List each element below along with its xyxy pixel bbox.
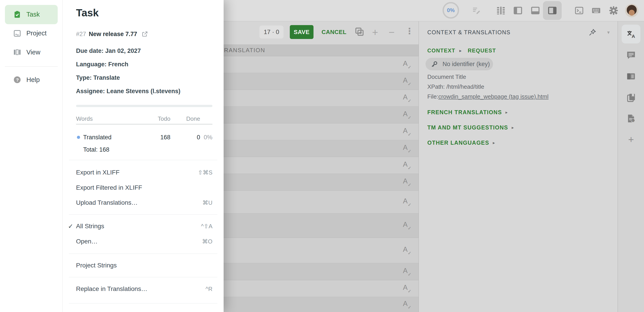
todo-column-header: Todo [152,115,170,122]
comments-icon[interactable] [626,50,636,61]
svg-text:?: ? [16,77,19,82]
panel-divider [69,214,217,215]
string-key-pill: No identifier (key) [426,58,493,70]
words-column-header: Words [76,115,93,122]
chevron-down-icon[interactable]: ▾ [604,28,613,37]
context-translations-panel: CONTEXT & TRANSLATIONS ▾ CONTEXT ▸ REQUE… [418,21,618,312]
menu-item-open[interactable]: Open… ⌘O [62,235,224,248]
spellcheck-icon: A✓ [402,177,412,187]
translation-column-header: TRANSLATION [220,44,265,56]
expand-arrow-icon: ▸ [506,110,508,115]
context-file-line: File: crowdin_sample_webpage (tag issue)… [427,93,548,100]
decrease-icon[interactable]: − [389,26,395,38]
main-menu-sidebar: Task Project View ? Help [0,0,62,312]
selection-counter: 17 · 0 [264,29,279,36]
shortcut-label: ^R [206,283,212,295]
menu-item-export-xliff[interactable]: Export in XLIFF ⇧⌘S [62,166,224,179]
spellcheck-icon: A✓ [402,197,412,207]
layout-right-panel-icon[interactable] [547,5,558,16]
shortcut-label: ⇧⌘S [198,166,212,179]
context-string-title: Document Title [427,73,466,81]
check-icon: ✓ [68,220,73,232]
progress-ring[interactable]: 0% [442,2,459,19]
layout-left-panel-icon[interactable] [512,5,523,16]
save-button[interactable]: SAVE [290,25,314,39]
panel-divider [69,277,217,277]
menu-item-upload-translations[interactable]: Upload Translations… ⌘U [62,196,224,209]
words-row-label: Translated [83,133,112,141]
terminal-icon[interactable] [574,5,584,16]
words-row-percent: 0% [197,133,212,141]
spellcheck-icon: A✓ [402,76,412,86]
menu-item-all-strings[interactable]: ✓ All Strings ^⇧A [62,220,224,232]
task-type: Type: Translate [76,73,120,82]
tab-context[interactable]: CONTEXT [427,48,455,54]
sidebar-divider [5,66,58,67]
shortcut-label: ⌘O [202,235,212,248]
view-columns-icon [13,48,22,56]
section-french-translations[interactable]: FRENCH TRANSLATIONS ▸ [427,108,508,116]
task-clipboard-icon [13,10,22,19]
spellcheck-icon: A✓ [402,300,412,309]
progress-percent: 0% [447,7,455,14]
kebab-menu-icon[interactable]: ⋮ [405,26,414,36]
layout-bottom-panel-icon[interactable] [530,5,541,16]
menu-item-replace-in-translations[interactable]: Replace in Translations… ^R [62,283,224,295]
key-pill-text: No identifier (key) [442,61,490,68]
section-other-languages[interactable]: OTHER LANGUAGES ▸ [427,139,495,146]
spellcheck-icon: A✓ [402,93,412,103]
task-progress-bar [76,105,212,107]
pin-icon[interactable] [587,27,598,38]
help-icon: ? [13,75,22,84]
spellcheck-icon: A✓ [402,267,412,277]
cancel-button[interactable]: CANCEL [322,25,346,39]
tab-request[interactable]: REQUEST [468,48,496,54]
spellcheck-icon: A✓ [402,283,412,293]
task-due-date: Due date: Jan 02, 2027 [76,46,141,55]
collapse-arrow-icon[interactable]: ▸ [459,48,462,53]
selection-counter-badge: 17 · 0 [260,26,284,39]
context-panel-title: CONTEXT & TRANSLATIONS [427,29,510,36]
shortcut-label: ⌘U [202,196,212,209]
spellcheck-icon: A✓ [402,160,412,170]
task-assignee: Assignee: Leane Stevens (l.stevens) [76,87,180,96]
file-info-icon[interactable]: i [626,113,636,124]
add-panel-icon[interactable]: + [626,134,636,145]
words-total: Total: 168 [83,146,109,153]
task-name: New release 7.77 [89,31,137,38]
context-tabs: CONTEXT ▸ REQUEST [427,47,496,54]
done-column-header: Done [181,115,200,122]
svg-text:i: i [632,119,634,122]
expand-arrow-icon: ▸ [493,140,495,145]
panel-divider [69,303,217,303]
spellcheck-icon: A✓ [402,60,412,69]
task-number: #27 [76,31,86,38]
shortcut-label: ^⇧A [201,220,212,232]
key-icon [430,60,438,68]
file-link[interactable]: crowdin_sample_webpage (tag issue).html [438,93,548,100]
menu-item-project-strings[interactable]: Project Strings [62,259,224,272]
spellcheck-icon: A✓ [402,221,412,230]
context-card-icon[interactable] [626,71,636,82]
translations-tab-icon[interactable]: A [626,29,636,39]
spellcheck-icon: A✓ [402,143,412,153]
spellcheck-icon: A✓ [402,110,412,120]
svg-text:A: A [632,34,635,39]
side-by-side-view-icon[interactable] [496,5,506,16]
words-table-divider [76,124,212,124]
user-avatar[interactable] [625,4,638,17]
keyboard-icon[interactable] [591,5,602,16]
spellcheck-icon: A✓ [402,127,412,137]
glossary-pages-icon[interactable] [626,92,636,103]
menu-item-export-filtered-xliff[interactable]: Export Filtered in XLIFF [62,182,224,194]
increase-icon[interactable]: + [372,26,378,38]
status-dot-translated [77,136,80,139]
draft-notes-icon[interactable] [471,5,482,16]
panel-divider [69,160,217,160]
crowdin-editor-screen: 0% 17 · 0 SA [0,0,644,312]
section-tm-mt-suggestions[interactable]: TM AND MT SUGGESTIONS ▸ [427,124,514,131]
external-link-icon[interactable] [141,31,148,38]
context-xpath: XPath: /html/head/title [427,83,484,90]
settings-gear-icon[interactable] [608,5,619,16]
copy-translation-icon[interactable] [354,26,365,37]
